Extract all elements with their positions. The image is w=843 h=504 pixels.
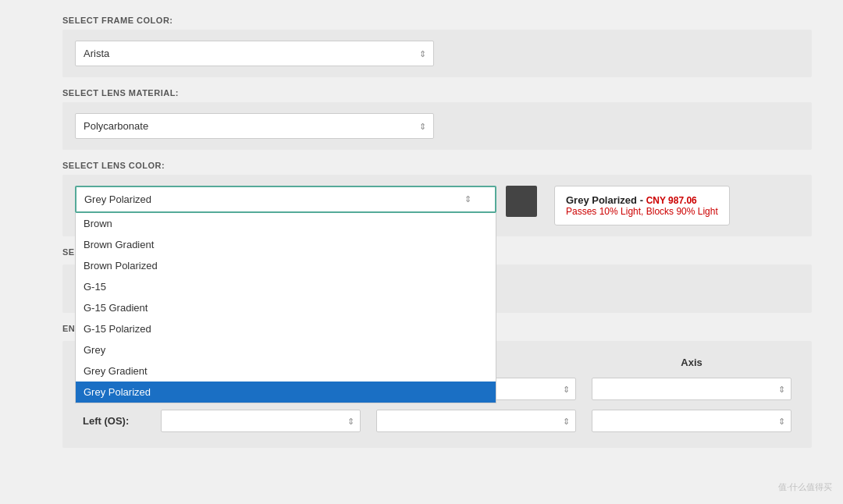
lens-material-select[interactable]: Polycarbonate Standard Index Mid-Index 1… bbox=[75, 113, 434, 139]
rx-label-left: Left (OS): bbox=[75, 405, 153, 437]
rx-sphere-left-wrapper: -6.00 -5.00 -4.00 -3.00 -2.00 -1.00 0.00… bbox=[161, 410, 361, 432]
rx-row-left: Left (OS): -6.00 -5.00 -4.00 -3.00 -2.00 bbox=[75, 405, 799, 437]
rx-sphere-left-cell: -6.00 -5.00 -4.00 -3.00 -2.00 -1.00 0.00… bbox=[153, 405, 368, 437]
lens-color-label: SELECT LENS COLOR: bbox=[62, 153, 812, 175]
list-item[interactable]: G-15 bbox=[76, 276, 496, 297]
lens-color-selected: Grey Polarized bbox=[84, 193, 458, 205]
list-item[interactable]: Brown bbox=[76, 213, 496, 234]
color-name: Grey Polarized - CNY 987.06 bbox=[566, 194, 718, 206]
rx-axis-right-cell: 0 45 90 135 180 bbox=[584, 373, 799, 405]
lens-material-section: SELECT LENS MATERIAL: Polycarbonate Stan… bbox=[62, 80, 812, 150]
list-item-selected[interactable]: Grey Polarized bbox=[76, 382, 496, 403]
rx-axis-right-wrapper: 0 45 90 135 180 bbox=[592, 378, 791, 400]
dropdown-arrow-icon: ⇕ bbox=[464, 194, 471, 204]
list-item[interactable]: Grey Gradient bbox=[76, 360, 496, 382]
frame-color-select-wrapper: Arista Black Silver Gold Bronze bbox=[75, 41, 434, 66]
list-item[interactable]: Grey bbox=[76, 339, 496, 360]
frame-color-select[interactable]: Arista Black Silver Gold Bronze bbox=[75, 41, 434, 66]
rx-cylinder-left-cell: -3.00 -2.00 -1.00 0.00 +1.00 bbox=[368, 405, 584, 437]
color-swatch bbox=[506, 186, 537, 217]
rx-axis-left-cell: 0 45 90 135 180 bbox=[584, 405, 799, 437]
list-item[interactable]: G-15 Gradient bbox=[76, 297, 496, 318]
rx-axis-right-select[interactable]: 0 45 90 135 180 bbox=[592, 378, 791, 400]
lens-color-trigger[interactable]: Grey Polarized ⇕ bbox=[75, 186, 496, 213]
lens-material-label: SELECT LENS MATERIAL: bbox=[62, 80, 812, 102]
color-price: CNY 987.06 bbox=[646, 195, 697, 206]
lens-color-list: Brown Brown Gradient Brown Polarized G-1… bbox=[75, 213, 496, 403]
lens-material-content: Polycarbonate Standard Index Mid-Index 1… bbox=[62, 102, 812, 150]
rx-cylinder-left-select[interactable]: -3.00 -2.00 -1.00 0.00 +1.00 bbox=[376, 410, 576, 432]
page-wrapper: SELECT FRAME COLOR: Arista Black Silver … bbox=[0, 0, 843, 467]
rx-sphere-left-select[interactable]: -6.00 -5.00 -4.00 -3.00 -2.00 -1.00 0.00… bbox=[161, 410, 361, 432]
lens-color-content: Grey Polarized ⇕ Brown Brown Gradient Br… bbox=[62, 175, 812, 236]
lens-material-select-wrapper: Polycarbonate Standard Index Mid-Index 1… bbox=[75, 113, 434, 139]
lens-color-section: SELECT LENS COLOR: Grey Polarized ⇕ Brow… bbox=[62, 153, 812, 236]
color-desc: Passes 10% Light, Blocks 90% Light bbox=[566, 206, 718, 217]
list-item[interactable]: G-15 Polarized bbox=[76, 318, 496, 339]
list-item[interactable]: Brown Gradient bbox=[76, 234, 496, 255]
rx-cylinder-left-wrapper: -3.00 -2.00 -1.00 0.00 +1.00 bbox=[376, 410, 576, 432]
list-item[interactable]: Brown Polarized bbox=[76, 255, 496, 276]
frame-color-section: SELECT FRAME COLOR: Arista Black Silver … bbox=[62, 8, 812, 77]
lens-color-dropdown-wrapper: Grey Polarized ⇕ Brown Brown Gradient Br… bbox=[75, 186, 496, 213]
rx-axis-left-select[interactable]: 0 45 90 135 180 bbox=[592, 410, 791, 432]
color-info-box: Grey Polarized - CNY 987.06 Passes 10% L… bbox=[554, 186, 730, 225]
rx-col-axis: Axis bbox=[584, 352, 799, 373]
frame-color-content: Arista Black Silver Gold Bronze bbox=[62, 30, 812, 77]
rx-axis-left-wrapper: 0 45 90 135 180 bbox=[592, 410, 791, 432]
frame-color-label: SELECT FRAME COLOR: bbox=[62, 8, 812, 30]
